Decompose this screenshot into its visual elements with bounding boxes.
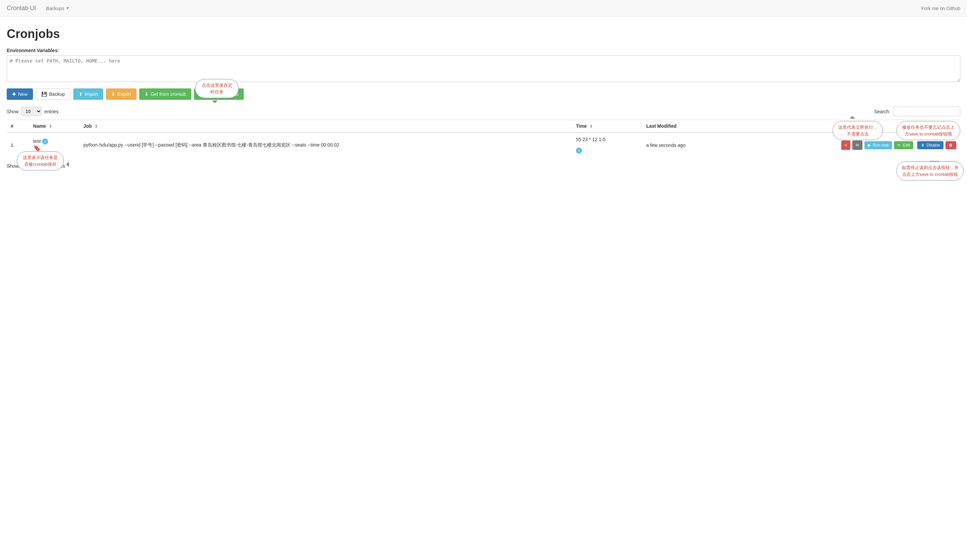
export-button[interactable]: ⬇ Export	[106, 88, 136, 100]
disable-button[interactable]: ⏸ Disable	[917, 141, 944, 149]
save-to-crontab-button[interactable]: ⬆ Save to crontab	[194, 88, 244, 100]
new-icon: ✚	[12, 91, 16, 97]
edit-button[interactable]: ✏ Edit	[894, 141, 913, 149]
search-box: Search:	[874, 107, 960, 116]
get-icon: ⬇	[145, 91, 149, 97]
import-label: Import	[85, 91, 98, 97]
disable-icon: ⏸	[921, 143, 925, 148]
row-job: python /sdu/app.py --userid [学号] --passw…	[79, 132, 572, 158]
fork-link[interactable]: Fork me on Github	[921, 6, 960, 11]
name-sort-icon: ⇕	[49, 124, 52, 129]
env-textarea[interactable]	[7, 55, 960, 82]
backup-label: Backup	[49, 91, 65, 97]
backup-button[interactable]: 💾 Backup	[36, 88, 71, 100]
showing-text: Showing 1 to 10 of 1 entries	[7, 163, 65, 169]
edit-label: Edit	[903, 143, 910, 148]
delete-icon: 🗑	[949, 143, 953, 148]
next-button[interactable]: Next	[942, 161, 960, 171]
page-title: Cronjobs	[7, 27, 960, 41]
prev-button[interactable]: Prev	[909, 161, 928, 171]
job-sort-icon: ⇕	[94, 124, 98, 129]
backups-label: Backups	[46, 6, 64, 11]
backups-menu[interactable]: Backups	[43, 1, 72, 16]
search-label: Search:	[874, 109, 890, 114]
get-from-crontab-label: Get from crontab	[151, 91, 186, 97]
run-now-label: Run now	[873, 143, 889, 148]
btn-toolbar: ✚ New 💾 Backup ⬆ Import ⬇ Export ⬇ Get f…	[7, 88, 960, 100]
entries-label: entries	[45, 109, 58, 114]
navbar: Crontab UI Backups Fork me on Github	[0, 0, 967, 17]
search-input[interactable]	[893, 107, 960, 116]
row-last-modified: a few seconds ago	[642, 132, 731, 158]
main-container: Cronjobs Environment Variables: ✚ New 💾 …	[0, 17, 967, 181]
col-job[interactable]: Job ⇕	[79, 120, 572, 133]
show-entries: Show 10 25 50 100 entries	[7, 107, 58, 116]
env-label: Environment Variables:	[7, 48, 960, 53]
mail-icon: ✉	[856, 143, 859, 148]
cronjobs-table: # Name ⇕ Job ⇕ Time ⇕ Last Modified 1. t…	[7, 120, 960, 158]
time-info-icon[interactable]: i	[576, 148, 582, 153]
table-row: 1. test i 🔖 python /sdu/app.py --userid …	[7, 132, 960, 158]
export-icon: ⬇	[111, 91, 116, 97]
show-label: Show	[7, 109, 18, 114]
new-label: New	[18, 91, 28, 97]
col-time[interactable]: Time ⇕	[572, 120, 642, 133]
run-now-button[interactable]: ▶ Run now	[865, 141, 892, 149]
row-actions: ≡ ✉ ▶ Run now ✏ Edit	[731, 132, 960, 158]
pagination: Prev 1 Next	[909, 161, 960, 171]
save-status-icon: 🔖	[33, 145, 41, 152]
row-name: test i 🔖	[29, 132, 79, 158]
row-index: 1.	[7, 132, 29, 158]
delete-button[interactable]: 🗑	[946, 141, 956, 149]
import-icon: ⬆	[79, 91, 83, 97]
col-actions	[731, 120, 960, 133]
action-buttons: ≡ ✉ ▶ Run now ✏ Edit	[735, 140, 956, 150]
log-icon: ≡	[845, 143, 847, 148]
get-from-crontab-button[interactable]: ⬇ Get from crontab	[139, 88, 191, 100]
edit-pencil-icon: ✏	[898, 143, 901, 148]
new-button[interactable]: ✚ New	[7, 88, 33, 100]
col-index[interactable]: #	[7, 120, 29, 133]
page-1-button[interactable]: 1	[929, 161, 941, 171]
table-head: # Name ⇕ Job ⇕ Time ⇕ Last Modified	[7, 120, 960, 133]
pagination-area: Showing 1 to 10 of 1 entries Prev 1 Next	[7, 161, 960, 171]
time-sort-icon: ⇕	[589, 124, 593, 129]
backups-caret	[66, 7, 69, 9]
name-info-icon[interactable]: i	[42, 138, 48, 145]
run-icon: ▶	[868, 143, 871, 148]
entries-select[interactable]: 10 25 50 100	[21, 107, 42, 116]
disable-label: Disable	[927, 143, 940, 148]
save-to-crontab-label: Save to crontab	[205, 91, 238, 97]
col-last-modified[interactable]: Last Modified	[642, 120, 731, 133]
save-icon: ⬆	[200, 91, 203, 97]
navbar-brand: Crontab UI	[7, 5, 36, 12]
import-button[interactable]: ⬆ Import	[73, 88, 104, 100]
row-time: 55 23 * 12 1-5 i	[572, 132, 642, 158]
log-button[interactable]: ≡	[841, 140, 850, 150]
export-label: Export	[117, 91, 131, 97]
job-name: test	[33, 138, 41, 144]
table-body: 1. test i 🔖 python /sdu/app.py --userid …	[7, 132, 960, 158]
mail-button[interactable]: ✉	[852, 140, 862, 150]
backup-icon: 💾	[41, 91, 47, 97]
col-name[interactable]: Name ⇕	[29, 120, 79, 133]
table-controls: Show 10 25 50 100 entries Search:	[7, 107, 960, 116]
